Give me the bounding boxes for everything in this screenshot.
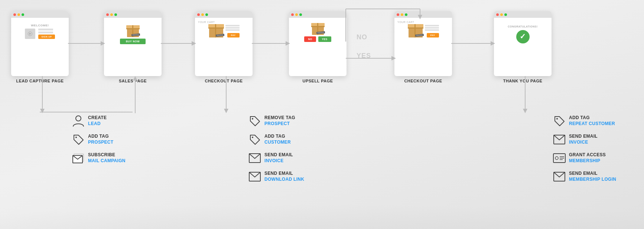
- svg-point-24: [75, 137, 77, 138]
- congrats-text: CONGRATULATIONS!: [508, 25, 537, 28]
- play-triangle: [29, 33, 31, 35]
- lead-actions: CREATE LEAD ADD TAG PROSPECT: [72, 115, 126, 164]
- pay-btn: PAY: [227, 33, 240, 37]
- box-icon: FRAGILE: [126, 25, 140, 37]
- action-value: LEAD: [88, 121, 107, 127]
- svg-marker-17: [133, 76, 137, 81]
- dot-red: [13, 13, 16, 16]
- action-remove-tag: REMOVE TAG PROSPECT: [249, 115, 304, 127]
- yes-btn: YES: [318, 36, 331, 42]
- thankyou-window: CONGRATULATIONS! ✓: [494, 11, 552, 76]
- action-value-customer: CUSTOMER: [264, 140, 291, 145]
- svg-point-28: [252, 118, 253, 120]
- down-arrow-checkout1: [224, 76, 229, 113]
- dot-red: [106, 13, 109, 16]
- action-text: CREATE LEAD: [88, 115, 107, 127]
- action-value-membership-login: MEMBERSHIP LOGIN: [569, 177, 616, 183]
- action-text: REMOVE TAG PROSPECT: [264, 115, 295, 127]
- action-label: ADD TAG: [569, 115, 615, 121]
- dot-green: [114, 13, 117, 16]
- svg-marker-3: [192, 41, 196, 46]
- down-arrow-thankyou: [523, 76, 528, 113]
- action-add-tag-prospect: ADD TAG PROSPECT: [72, 134, 126, 145]
- action-label-send-email: SEND EMAIL: [569, 171, 616, 177]
- dot-yellow: [500, 13, 503, 16]
- cart-line: [425, 29, 439, 31]
- action-label: REMOVE TAG: [264, 115, 295, 121]
- cart-line: [425, 27, 439, 29]
- checkout-actions: REMOVE TAG PROSPECT ADD TAG CUSTOMER: [249, 115, 304, 183]
- diagram: WELCOME! SIGN UP LEAD CAPTURE PAGE: [0, 0, 644, 229]
- h-arrow-lead-sales: [40, 111, 134, 113]
- down-arrow-lead: [40, 76, 45, 113]
- no-btn: NO: [304, 36, 316, 42]
- check-mark: ✓: [520, 33, 526, 40]
- lead-capture-window: WELCOME! SIGN UP: [11, 11, 69, 76]
- action-text: SUBSCRIBE MAIL CAMPAIGN: [88, 152, 126, 164]
- upsell-btns: NO YES: [304, 36, 331, 42]
- action-add-tag-customer: ADD TAG CUSTOMER: [249, 134, 304, 145]
- action-label: SUBSCRIBE: [88, 152, 126, 158]
- sales-window: FRAGILE BUY NOW: [104, 11, 162, 76]
- svg-point-23: [76, 116, 81, 121]
- titlebar: [11, 11, 69, 18]
- action-text: SEND EMAIL INVOICE: [569, 134, 598, 145]
- action-add-tag-repeat: ADD TAG REPEAT CUSTOMER: [553, 115, 616, 127]
- browser-body: FRAGILE NO YES: [289, 18, 347, 45]
- input-1: [38, 29, 53, 30]
- upsell-label: UPSELL PAGE: [289, 79, 347, 83]
- fragile-badge: FRAGILE: [131, 33, 140, 36]
- dot-yellow: [17, 13, 20, 16]
- action-label: GRANT ACCESS: [569, 152, 606, 158]
- play-btn: [28, 32, 32, 36]
- dot-yellow: [295, 13, 298, 16]
- action-label: SEND EMAIL: [264, 152, 293, 158]
- svg-marker-13: [491, 41, 495, 46]
- id-card-icon: [553, 152, 565, 164]
- action-value-repeat-customer: REPEAT CUSTOMER: [569, 121, 615, 127]
- action-value: DOWNLOAD LINK: [264, 177, 304, 183]
- dot-red: [496, 13, 499, 16]
- upsell-window: FRAGILE NO YES: [289, 11, 347, 76]
- svg-point-35: [555, 157, 558, 160]
- fragile-badge: FRAGILE: [216, 34, 225, 37]
- action-label: ADD TAG: [264, 134, 291, 140]
- action-value: MEMBERSHIP: [569, 158, 606, 164]
- arrow-no-path: [346, 4, 420, 42]
- checkout2-label: CHECKOUT PAGE: [394, 79, 452, 83]
- cart-text: YOUR CART: [198, 21, 215, 23]
- cart-items: FRAGILE PAY: [208, 24, 240, 37]
- action-text: SEND EMAIL INVOICE: [264, 152, 293, 164]
- svg-point-32: [556, 118, 558, 120]
- browser-body: YOUR CART FRAGILE PAY: [195, 18, 253, 40]
- box-icon: FRAGILE: [208, 24, 224, 37]
- tag-icon: [249, 134, 261, 145]
- dot-yellow: [110, 13, 113, 16]
- svg-marker-7: [391, 56, 396, 60]
- browser-body: FRAGILE BUY NOW: [104, 18, 162, 47]
- titlebar: [104, 11, 162, 18]
- browser-body: WELCOME! SIGN UP: [11, 18, 69, 44]
- action-send-email-membership: SEND EMAIL MEMBERSHIP LOGIN: [553, 171, 616, 183]
- thankyou-actions: ADD TAG REPEAT CUSTOMER SEND EMAIL INVOI…: [553, 115, 616, 183]
- titlebar: [494, 11, 552, 18]
- svg-marker-5: [286, 41, 290, 46]
- action-label: SEND EMAIL: [569, 134, 598, 140]
- action-text: ADD TAG REPEAT CUSTOMER: [569, 115, 615, 127]
- welcome-text: WELCOME!: [31, 24, 49, 27]
- dot-green: [504, 13, 507, 16]
- cart-line: [225, 29, 240, 31]
- action-text: SEND EMAIL MEMBERSHIP LOGIN: [569, 171, 616, 182]
- up-arrow-sales: [133, 76, 138, 113]
- check-circle: ✓: [516, 30, 530, 43]
- action-label: ADD TAG: [88, 134, 113, 140]
- action-send-email-invoice: SEND EMAIL INVOICE: [249, 152, 304, 164]
- tag-icon: [553, 115, 565, 127]
- pay-btn: PAY: [427, 33, 439, 37]
- cart-line: [225, 25, 240, 26]
- dot-green: [205, 13, 208, 16]
- dot-red: [197, 13, 200, 16]
- svg-marker-1: [101, 41, 105, 46]
- input-2: [38, 32, 53, 33]
- mail-stack-icon: [72, 152, 84, 164]
